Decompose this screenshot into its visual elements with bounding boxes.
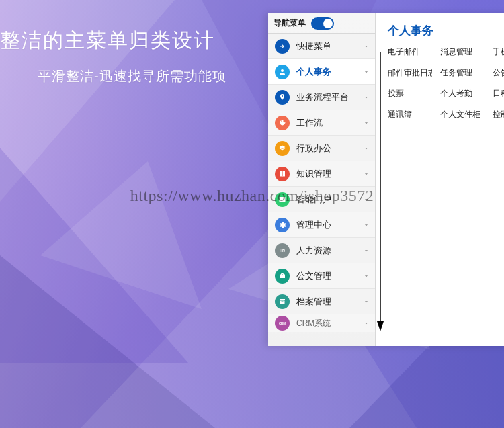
nav-item[interactable]: 工作流 xyxy=(268,110,375,136)
section-link[interactable]: 手机短 xyxy=(493,46,504,58)
chevron-down-icon xyxy=(363,222,370,228)
headline: 整洁的主菜单归类设计 xyxy=(0,27,215,54)
section-link[interactable]: 控制面 xyxy=(493,109,504,120)
layers-icon xyxy=(275,141,290,156)
section-link[interactable]: 日程安 xyxy=(493,88,504,99)
nav-item-label: 知识管理 xyxy=(296,168,331,180)
menu-panel: 导航菜单 快捷菜单个人事务业务流程平台工作流行政办公知识管理智能门户管理中心HR… xyxy=(268,13,504,346)
nav-item-label: 快捷菜单 xyxy=(296,40,331,52)
gear-icon xyxy=(275,218,290,232)
nav-item[interactable]: 业务流程平台 xyxy=(268,85,375,110)
section-link[interactable]: 任务管理 xyxy=(440,67,485,79)
chevron-down-icon xyxy=(363,273,370,280)
nav-item-label: 行政办公 xyxy=(296,142,331,155)
chevron-down-icon xyxy=(363,69,370,75)
nav-item[interactable]: CRMCRM系统 xyxy=(268,314,375,332)
nav-item[interactable]: 知识管理 xyxy=(268,161,375,187)
nav-item[interactable]: 管理中心 xyxy=(268,212,375,238)
nav-item[interactable]: 快捷菜单 xyxy=(268,34,375,59)
svg-text:CRM: CRM xyxy=(279,322,286,325)
nav-toggle[interactable] xyxy=(311,17,334,30)
subline: 平滑整洁-迅速找寻所需功能项 xyxy=(38,67,226,85)
nav-item[interactable]: 公文管理 xyxy=(268,263,375,289)
nav-header-label: 导航菜单 xyxy=(274,17,306,29)
nav-item-label: 智能门户 xyxy=(296,194,331,206)
nav-item[interactable]: HR人力资源 xyxy=(268,238,375,263)
nav-header: 导航菜单 xyxy=(268,13,375,34)
nav-item[interactable]: 行政办公 xyxy=(268,136,375,161)
section-link[interactable]: 个人考勤 xyxy=(440,88,485,99)
archive-icon xyxy=(275,294,290,309)
section-title: 个人事务 xyxy=(388,23,504,38)
section-link[interactable]: 电子邮件 xyxy=(388,46,432,58)
nav-item-label: 人力资源 xyxy=(296,245,331,257)
briefcase-icon xyxy=(275,269,290,284)
book-icon xyxy=(275,167,290,181)
nav-item-label: 业务流程平台 xyxy=(296,91,349,103)
nav-item-label: 工作流 xyxy=(296,117,323,129)
nav-list: 快捷菜单个人事务业务流程平台工作流行政办公知识管理智能门户管理中心HR人力资源公… xyxy=(268,34,375,346)
nav-item[interactable]: 档案管理 xyxy=(268,289,375,314)
nav-item-label: 档案管理 xyxy=(296,296,331,308)
chevron-down-icon xyxy=(363,94,370,101)
nav-item[interactable]: 个人事务 xyxy=(268,59,375,85)
section-link[interactable]: 个人文件柜 xyxy=(440,109,485,120)
person-icon xyxy=(275,65,290,79)
nav-column: 导航菜单 快捷菜单个人事务业务流程平台工作流行政办公知识管理智能门户管理中心HR… xyxy=(268,13,376,346)
nav-item-label: 公文管理 xyxy=(296,270,331,282)
nav-item-label: CRM系统 xyxy=(296,318,331,329)
section-link-grid: 电子邮件消息管理手机短邮件审批日志任务管理公告通投票个人考勤日程安通讯簿个人文件… xyxy=(388,46,504,120)
section-link[interactable]: 邮件审批日志 xyxy=(388,67,432,79)
pin-icon xyxy=(275,90,290,105)
content-column: 个人事务 电子邮件消息管理手机短邮件审批日志任务管理公告通投票个人考勤日程安通讯… xyxy=(376,13,504,346)
chevron-down-icon xyxy=(363,298,370,305)
chevron-down-icon xyxy=(363,320,370,327)
nav-item-label: 个人事务 xyxy=(296,66,331,78)
portal-icon xyxy=(275,192,290,207)
chevron-down-icon xyxy=(363,247,370,254)
hr-icon: HR xyxy=(275,243,290,258)
nav-item-label: 管理中心 xyxy=(296,219,331,231)
section-link[interactable]: 投票 xyxy=(388,88,432,99)
section-link[interactable]: 公告通 xyxy=(493,67,504,79)
nav-item[interactable]: 智能门户 xyxy=(268,187,375,212)
chevron-down-icon xyxy=(363,171,370,177)
crm-icon: CRM xyxy=(275,316,290,331)
hand-icon xyxy=(275,116,290,130)
section-link[interactable]: 消息管理 xyxy=(440,46,485,58)
section-link[interactable]: 通讯簿 xyxy=(388,109,432,120)
chevron-down-icon xyxy=(363,43,370,50)
chevron-down-icon xyxy=(363,145,370,152)
arrow-right-icon xyxy=(275,39,290,54)
svg-text:HR: HR xyxy=(280,249,285,253)
chevron-down-icon xyxy=(363,196,370,203)
chevron-down-icon xyxy=(363,120,370,126)
